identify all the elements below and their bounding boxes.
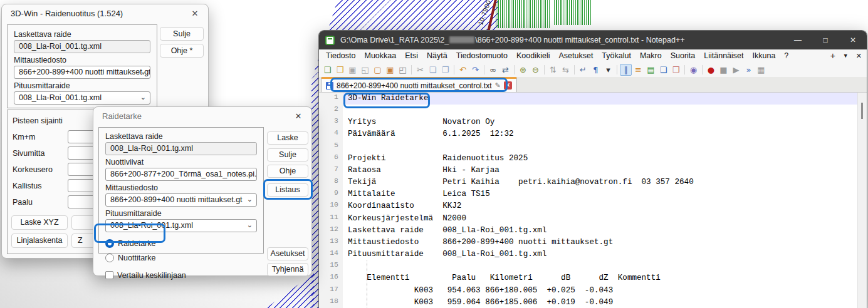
menu-item-ikkuna[interactable]: Ikkuna <box>748 51 780 60</box>
vertailu-checkbox-row[interactable]: Vertailu keskilinjaan <box>105 269 257 281</box>
laskettava-raide-field[interactable]: 008_Lla-Roi_001.tg.xml <box>105 142 257 155</box>
chevron-down-icon[interactable]: ⌄ <box>140 68 146 76</box>
ohje-button[interactable]: Ohje * <box>160 44 204 58</box>
maximize-button[interactable]: □ <box>812 31 839 49</box>
line-text[interactable]: Korkeusjärjestelmä N2000 <box>343 213 857 225</box>
line-text[interactable]: K003 954.063 866+180.005 +0.025 -0.043 <box>343 285 857 297</box>
menu-item-makro[interactable]: Makro <box>635 51 666 60</box>
menu-item-asetukset[interactable]: Asetukset <box>554 51 597 60</box>
save-icon[interactable]: ▣ <box>347 64 358 76</box>
window-titlebar[interactable]: G:\Oma Drive\1_RATA 2025\2_\866+200-899+… <box>319 31 867 49</box>
save-all-icon[interactable]: ◱ <box>359 64 371 76</box>
line-text[interactable]: Pituusmittaraide 008_Lla-Roi_001.tg.xml <box>343 249 857 260</box>
macro-save-icon[interactable]: ▦ <box>755 64 767 76</box>
zoom-in-icon[interactable]: ⊕ <box>517 64 529 76</box>
line-text[interactable] <box>343 141 857 153</box>
mittaustiedosto-dropdown[interactable]: 866+200-899+400 nuotti mittaukset.gt ⌄ <box>105 193 257 207</box>
nuottiviivat-dropdown[interactable]: 866+200-877+200_Törmä_osa1_notes.pi.tdw … <box>105 168 257 181</box>
line-text[interactable]: Mittalaite Leica TS15 <box>343 188 857 200</box>
function-list-icon[interactable]: ≡ <box>632 64 644 76</box>
macro-play-icon[interactable]: ▶ <box>730 64 742 76</box>
vertical-scrollbar[interactable] <box>857 93 867 308</box>
close-button[interactable]: ✕ <box>839 31 867 49</box>
radio-unselected-icon[interactable] <box>105 254 114 262</box>
close-icon[interactable]: ✕ <box>293 111 304 121</box>
sync-horizontal-icon[interactable]: ⇆ <box>560 64 572 76</box>
show-all-characters-icon[interactable]: ¶ <box>590 64 602 76</box>
menu-item-tiedosto[interactable]: Tiedosto <box>322 51 360 60</box>
line-text[interactable]: Tekijä Petri Kaihia petri.kaihia@novatro… <box>343 177 857 188</box>
dialog-titlebar[interactable]: 3D-Win - Raidenuotitus (1.524) ✕ <box>2 4 208 22</box>
menu-item-liitnniset[interactable]: Liitännäiset <box>699 51 748 60</box>
close-all-docs-icon[interactable]: ▣ <box>384 64 396 76</box>
linjalaskenta-button[interactable]: Linjalaskenta <box>11 234 68 248</box>
line-text[interactable]: Yritys Novatron Oy <box>343 116 857 128</box>
menu-item-tiedostomuoto[interactable]: Tiedostomuoto <box>452 51 512 60</box>
macro-record-icon[interactable]: ● <box>705 64 717 76</box>
tyhjenna-button[interactable]: Tyhjennä <box>267 263 308 276</box>
document-map-icon[interactable]: ▤ <box>645 64 657 76</box>
dialog-titlebar[interactable]: Raidetarke ✕ <box>93 107 311 125</box>
document-list-icon[interactable]: ❏ <box>657 64 669 76</box>
indent-guide-icon[interactable]: ∥ <box>620 64 632 76</box>
minimize-button[interactable]: — <box>784 31 812 49</box>
chevron-down-icon[interactable]: ⌄ <box>247 221 253 229</box>
editor-area[interactable]: 13D-Win Raidetarke23Yritys Novatron Oy4P… <box>319 93 867 308</box>
nuottitarke-radio-row[interactable]: Nuottitarke <box>105 252 257 264</box>
line-text[interactable]: Laskettava raide 008_Lla-Roi_001.tg.xml <box>343 225 857 237</box>
asetukset-button[interactable]: Asetukset <box>267 247 308 260</box>
menu-item-etsi[interactable]: Etsi <box>400 51 422 60</box>
ohje-button[interactable]: Ohje <box>267 165 308 178</box>
line-text[interactable] <box>343 260 857 272</box>
paste-icon[interactable]: ❐ <box>439 64 451 76</box>
copy-icon[interactable]: ❏ <box>427 64 439 76</box>
laskettava-raide-field[interactable]: 008_Lla-Roi_001.tg.xml <box>14 40 150 53</box>
laske-button[interactable]: Laske <box>267 131 308 145</box>
zoom-out-icon[interactable]: ⊖ <box>530 64 541 76</box>
plus-icon[interactable]: + <box>830 51 835 61</box>
line-text[interactable]: Koordinaatisto KKJ2 <box>343 200 857 212</box>
view-eye-icon[interactable]: ◉ <box>688 64 699 76</box>
text-content[interactable]: 13D-Win Raidetarke23Yritys Novatron Oy4P… <box>319 93 857 308</box>
chevron-down-icon[interactable]: ⌄ <box>247 170 253 178</box>
line-text[interactable]: Mittaustiedosto 866+200-899+400 nuotti m… <box>343 237 857 249</box>
open-folder-icon[interactable]: ❒ <box>334 64 346 76</box>
undo-icon[interactable]: ↶ <box>457 64 469 76</box>
new-file-icon[interactable]: ❑ <box>322 64 333 76</box>
print-icon[interactable]: ◰ <box>397 64 409 76</box>
laske-xyz-button[interactable]: Laske XYZ <box>11 215 68 230</box>
close-icon[interactable]: ✕ <box>189 9 201 18</box>
word-wrap-icon[interactable]: ↵ <box>577 64 589 76</box>
cut-icon[interactable]: ✂ <box>414 64 426 76</box>
sync-vertical-icon[interactable]: ⇅ <box>547 64 559 76</box>
caret-down-icon[interactable]: ▼ <box>843 53 849 59</box>
macro-run-multiple-icon[interactable]: » <box>743 64 755 76</box>
menu-item-nyt[interactable]: Näytä <box>422 51 452 60</box>
line-text[interactable]: Projekti Raidenuotitus 2025 <box>343 153 857 165</box>
menu-item-tykalut[interactable]: Työkalut <box>597 51 635 60</box>
mittaustiedosto-dropdown[interactable]: 866+200-899+400 nuotti mittaukset.gt ⌄ <box>14 66 150 79</box>
chevron-down-icon[interactable]: ⌄ <box>140 93 146 101</box>
menu-item-koodikieli[interactable]: Koodikieli <box>512 51 555 60</box>
close-icon[interactable]: ✕ <box>856 52 862 60</box>
line-text[interactable]: K003 959.064 866+185.006 +0.019 -0.049 <box>343 297 857 308</box>
find-icon[interactable]: ∞ <box>487 64 499 76</box>
sulje-button[interactable]: Sulje <box>267 148 308 162</box>
menu-item-suorita[interactable]: Suorita <box>666 51 700 60</box>
sulje-button[interactable]: Sulje <box>160 27 204 41</box>
replace-icon[interactable]: ⇄ <box>499 64 511 76</box>
checkbox-unchecked-icon[interactable] <box>105 271 113 279</box>
close-doc-icon[interactable]: ▢ <box>372 64 384 76</box>
menu-item-?[interactable]: ? <box>780 51 793 60</box>
folder-as-workspace-icon[interactable]: ❒ <box>670 64 682 76</box>
line-text[interactable]: Päivämäärä 6.1.2025 12:32 <box>343 128 857 140</box>
menu-item-muokkaa[interactable]: Muokkaa <box>360 51 400 60</box>
pituusmittaraide-dropdown[interactable]: 008_Lla-Roi_001.tg.xml ⌄ <box>14 91 150 105</box>
toolbar-dropdown-icon[interactable]: ▾ <box>602 64 614 76</box>
scrollbar-thumb[interactable] <box>861 103 863 119</box>
line-text[interactable]: Rataosa Hki - Karjaa <box>343 165 857 177</box>
line-text[interactable]: Elementti Paalu Kilometri dB dZ Kommentt… <box>343 272 857 284</box>
macro-stop-icon[interactable]: ■ <box>718 64 729 76</box>
redo-icon[interactable]: ↷ <box>469 64 481 76</box>
chevron-down-icon[interactable]: ⌄ <box>247 195 253 203</box>
